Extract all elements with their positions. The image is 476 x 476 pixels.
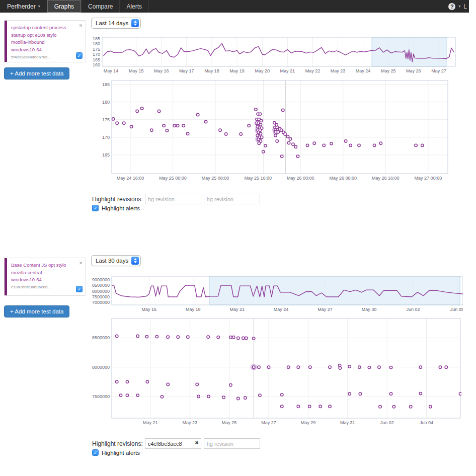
test-series-card: × cpstartup content-process- startup opt…: [4, 20, 86, 62]
svg-text:May 30: May 30: [362, 307, 377, 312]
test-name: startup opt e10s stylo: [11, 32, 82, 39]
nav-item-compare[interactable]: Compare: [81, 0, 119, 13]
svg-text:Jun 05: Jun 05: [450, 307, 463, 312]
nav-brand-label: Perfherder: [7, 3, 36, 10]
svg-text:8500000: 8500000: [92, 335, 110, 340]
hg-revision-input-2[interactable]: [204, 194, 260, 204]
add-more-test-data-button[interactable]: + Add more test data: [4, 305, 69, 318]
nav-item-label: Compare: [88, 3, 113, 10]
nav-right: ? ▾ L: [448, 0, 469, 13]
repo-name: mozilla-central: [11, 269, 82, 277]
svg-text:May 20: May 20: [255, 68, 270, 73]
svg-text:185: 185: [93, 36, 100, 41]
nav-item-graphs[interactable]: Graphs: [47, 0, 81, 13]
svg-text:May 31: May 31: [340, 420, 355, 425]
revision-hash: 5f4c01a5c4d6ea786…: [11, 55, 82, 59]
svg-text:May 27: May 27: [261, 420, 276, 425]
svg-text:Jun 02: Jun 02: [380, 420, 394, 425]
checkbox-checked-icon: ✓: [94, 450, 98, 455]
repo-name: mozilla-inbound: [11, 39, 82, 46]
platform-name: windows10-64: [11, 276, 82, 284]
nav-item-label: Alerts: [126, 3, 142, 10]
perfherder-graphs-page: Perfherder ▾ Graphs Compare Alerts ? ▾ L…: [0, 0, 476, 476]
main-chart-1[interactable]: May 24 16:00May 25 00:00May 25 08:00May …: [91, 78, 449, 185]
highlight-revisions-label: Highlight revisions:: [92, 196, 143, 203]
svg-text:May 14: May 14: [104, 68, 119, 73]
svg-text:May 23: May 23: [331, 68, 346, 73]
svg-text:May 25 00:00: May 25 00:00: [159, 176, 187, 181]
svg-text:May 21: May 21: [280, 68, 295, 73]
highlight-alerts-checkbox[interactable]: ✓: [92, 449, 99, 456]
overview-chart-2[interactable]: May 15May 18May 21May 24May 27May 30Jun …: [91, 274, 463, 315]
series-color-stripe: [5, 21, 7, 62]
svg-text:May 27: May 27: [431, 68, 446, 73]
time-range-select[interactable]: Last 30 days: [91, 255, 141, 266]
svg-text:May 19: May 19: [229, 68, 245, 73]
svg-text:May 15: May 15: [142, 307, 157, 312]
hg-revision-input-1[interactable]: [145, 438, 201, 449]
svg-text:May 26 08:00: May 26 08:00: [330, 176, 357, 181]
svg-text:May 27 00:00: May 27 00:00: [415, 176, 442, 181]
svg-text:170: 170: [93, 52, 100, 57]
checkbox-checked-icon: ✓: [77, 53, 82, 58]
svg-text:May 18: May 18: [186, 307, 201, 312]
close-icon[interactable]: ×: [79, 260, 83, 266]
highlight-alerts-row-1: ✓ Highlight alerts: [92, 205, 140, 211]
svg-text:9000000: 9000000: [92, 277, 110, 282]
chevron-down-icon: ▾: [38, 4, 40, 9]
svg-text:180: 180: [93, 41, 100, 46]
select-stepper-icon: [131, 19, 139, 27]
svg-text:8000000: 8000000: [92, 289, 110, 294]
add-more-test-data-button[interactable]: + Add more test data: [4, 67, 69, 80]
svg-text:May 25 08:00: May 25 08:00: [202, 176, 229, 181]
highlight-alerts-label: Highlight alerts: [102, 205, 140, 211]
time-range-select[interactable]: Last 14 days: [91, 18, 141, 29]
svg-text:May 17: May 17: [179, 68, 194, 73]
nav-brand-perfherder[interactable]: Perfherder ▾: [0, 0, 47, 13]
highlight-alerts-row-2: ✓ Highlight alerts: [92, 449, 140, 456]
close-icon[interactable]: ×: [79, 23, 83, 29]
svg-text:185: 185: [102, 82, 110, 87]
top-navbar: Perfherder ▾ Graphs Compare Alerts ? ▾ L: [0, 0, 469, 13]
platform-name: windows10-64: [11, 46, 82, 54]
svg-text:May 23: May 23: [182, 420, 197, 425]
svg-text:7000000: 7000000: [92, 300, 110, 305]
select-stepper-icon: [131, 257, 139, 265]
svg-text:160: 160: [93, 62, 100, 67]
svg-text:7500000: 7500000: [92, 394, 110, 399]
time-range-value: Last 30 days: [96, 258, 128, 264]
svg-text:May 15: May 15: [129, 68, 144, 73]
highlight-revisions-label: Highlight revisions:: [92, 440, 143, 447]
help-icon[interactable]: ?: [448, 3, 455, 10]
svg-text:165: 165: [93, 57, 100, 62]
svg-text:May 21: May 21: [229, 307, 245, 312]
test-name: Base Content JS opt stylo: [11, 262, 82, 269]
highlight-alerts-label: Highlight alerts: [102, 450, 140, 456]
test-series-card: × Base Content JS opt stylo mozilla-cent…: [4, 258, 86, 296]
nav-item-label: Graphs: [54, 3, 74, 10]
svg-text:May 26 00:00: May 26 00:00: [287, 176, 314, 181]
highlight-revisions-row-1: Highlight revisions:: [92, 194, 263, 204]
test-name: cpstartup content-process-: [11, 24, 82, 32]
svg-text:May 24: May 24: [356, 68, 371, 73]
svg-text:170: 170: [102, 135, 110, 140]
svg-text:May 26: May 26: [406, 68, 421, 73]
nav-items: Graphs Compare Alerts: [47, 0, 149, 13]
series-visible-checkbox[interactable]: ✓: [76, 52, 83, 59]
clear-input-icon[interactable]: ✖: [195, 440, 199, 445]
chevron-down-icon[interactable]: ▾: [458, 4, 460, 9]
series-visible-checkbox[interactable]: ✓: [76, 286, 83, 292]
hg-revision-input-2[interactable]: [204, 438, 260, 449]
nav-item-alerts[interactable]: Alerts: [119, 0, 149, 13]
main-chart-2[interactable]: May 21May 23May 25May 27May 29May 31Jun …: [91, 316, 461, 430]
svg-text:Jun 04: Jun 04: [420, 420, 433, 425]
overview-chart-1[interactable]: May 14May 15May 16May 17May 18May 19May …: [91, 34, 456, 76]
svg-text:May 26 16:00: May 26 16:00: [372, 176, 400, 181]
svg-text:180: 180: [102, 100, 110, 105]
svg-text:May 25: May 25: [381, 68, 396, 73]
highlight-revisions-row-2: Highlight revisions: ✖: [92, 438, 263, 449]
login-link[interactable]: L: [463, 3, 467, 10]
svg-text:175: 175: [93, 47, 100, 52]
hg-revision-input-1[interactable]: [145, 194, 201, 204]
highlight-alerts-checkbox[interactable]: ✓: [92, 205, 99, 211]
